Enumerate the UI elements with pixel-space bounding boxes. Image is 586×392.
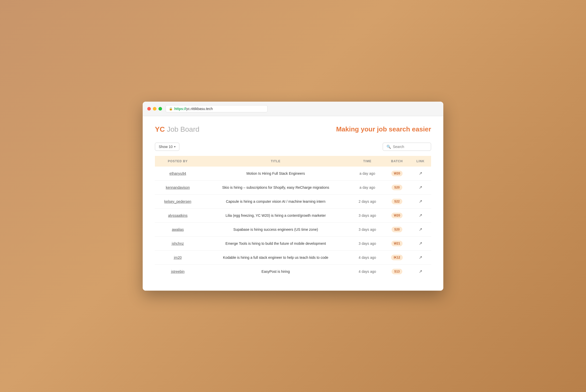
job-title: Supabase is hiring success engineers (US… — [233, 227, 318, 232]
col-title: TITLE — [201, 156, 351, 167]
browser-toolbar: 🔒 https://yc.rittikbasu.tech — [143, 102, 443, 116]
cell-batch: S20 — [384, 180, 410, 194]
cell-batch: S22 — [384, 194, 410, 208]
cell-poster: jm20 — [155, 250, 201, 264]
external-link-icon[interactable]: ↗ — [419, 213, 422, 218]
col-batch: BATCH — [384, 156, 410, 167]
job-time: a day ago — [359, 171, 375, 175]
cell-batch: S20 — [384, 222, 410, 236]
maximize-button[interactable] — [158, 107, 162, 111]
poster-link[interactable]: awalias — [172, 227, 184, 232]
poster-link[interactable]: ethanyu94 — [169, 171, 186, 175]
cell-batch: S13 — [384, 264, 410, 278]
col-posted-by: POSTED BY — [155, 156, 201, 167]
cell-title: Skio is hiring – subscriptions for Shopi… — [201, 180, 351, 194]
batch-badge[interactable]: S22 — [392, 199, 402, 204]
cell-link: ↗ — [410, 194, 431, 208]
cell-time: 3 days ago — [351, 222, 384, 236]
external-link-icon[interactable]: ↗ — [419, 171, 422, 175]
job-title: Lilia (egg freezing, YC W20) is hiring a… — [225, 213, 326, 218]
logo-yc: YC — [155, 125, 165, 133]
logo: YC Job Board — [155, 125, 199, 133]
table-row: kelsey_pedersen Capsule is hiring a comp… — [155, 194, 431, 208]
batch-badge[interactable]: IK12 — [391, 255, 403, 260]
poster-link[interactable]: jm20 — [174, 255, 182, 260]
controls-row: Show 10 ▾ 🔍 — [155, 143, 431, 151]
external-link-icon[interactable]: ↗ — [419, 241, 422, 246]
poster-link[interactable]: kelsey_pedersen — [164, 199, 191, 204]
cell-link: ↗ — [410, 208, 431, 222]
jobs-table: POSTED BY TITLE TIME BATCH LINK ethanyu9… — [155, 156, 431, 278]
external-link-icon[interactable]: ↗ — [419, 185, 422, 190]
cell-time: a day ago — [351, 180, 384, 194]
job-time: 3 days ago — [359, 241, 376, 246]
external-link-icon[interactable]: ↗ — [419, 255, 422, 260]
external-link-icon[interactable]: ↗ — [419, 199, 422, 204]
job-title: Emerge Tools is hiring to build the futu… — [225, 241, 326, 246]
job-title: Skio is hiring – subscriptions for Shopi… — [222, 185, 329, 190]
cell-title: EasyPost is hiring — [201, 264, 351, 278]
external-link-icon[interactable]: ↗ — [419, 269, 422, 274]
batch-badge[interactable]: W21 — [391, 241, 403, 246]
job-title: Capsule is hiring a computer vision AI /… — [226, 199, 326, 204]
batch-badge[interactable]: S13 — [392, 269, 402, 274]
cell-title: Lilia (egg freezing, YC W20) is hiring a… — [201, 208, 351, 222]
batch-badge[interactable]: S20 — [392, 227, 402, 232]
cell-link: ↗ — [410, 222, 431, 236]
close-button[interactable] — [147, 107, 151, 111]
cell-poster: jstreebin — [155, 264, 201, 278]
search-icon: 🔍 — [387, 145, 391, 149]
header: YC Job Board Making your job search easi… — [155, 125, 431, 133]
url-https: https:// — [174, 107, 186, 111]
cell-poster: kelsey_pedersen — [155, 194, 201, 208]
address-bar[interactable]: 🔒 https://yc.rittikbasu.tech — [166, 105, 268, 112]
show-select-wrapper[interactable]: Show 10 ▾ — [155, 143, 179, 151]
cell-link: ↗ — [410, 236, 431, 250]
table-row: ethanyu94 Motion Is Hiring Full Stack En… — [155, 167, 431, 181]
cell-link: ↗ — [410, 180, 431, 194]
browser-window: 🔒 https://yc.rittikbasu.tech YC Job Boar… — [143, 102, 443, 291]
cell-link: ↗ — [410, 250, 431, 264]
cell-link: ↗ — [410, 167, 431, 181]
url-text: https://yc.rittikbasu.tech — [174, 107, 213, 111]
cell-poster: jshchnz — [155, 236, 201, 250]
cell-time: 3 days ago — [351, 208, 384, 222]
poster-link[interactable]: jshchnz — [172, 241, 184, 246]
search-input[interactable] — [393, 145, 427, 149]
cell-title: Emerge Tools is hiring to build the futu… — [201, 236, 351, 250]
job-time: a day ago — [359, 185, 375, 190]
table-row: jstreebin EasyPost is hiring 4 days ago … — [155, 264, 431, 278]
table-row: kennandavison Skio is hiring – subscript… — [155, 180, 431, 194]
job-title: Kodable is hiring a full stack engineer … — [223, 255, 328, 260]
cell-time: 3 days ago — [351, 236, 384, 250]
cell-time: 4 days ago — [351, 264, 384, 278]
cell-title: Motion Is Hiring Full Stack Engineers — [201, 167, 351, 181]
batch-badge[interactable]: S20 — [392, 185, 402, 190]
cell-poster: kennandavison — [155, 180, 201, 194]
job-time: 4 days ago — [359, 255, 376, 260]
cell-poster: alyssaatkins — [155, 208, 201, 222]
poster-link[interactable]: kennandavison — [166, 185, 190, 190]
job-title: Motion Is Hiring Full Stack Engineers — [246, 171, 305, 175]
table-header: POSTED BY TITLE TIME BATCH LINK — [155, 156, 431, 167]
url-domain: yc.rittikbasu.tech — [186, 107, 213, 111]
logo-rest: Job Board — [167, 125, 199, 133]
poster-link[interactable]: alyssaatkins — [168, 213, 188, 218]
cell-time: 4 days ago — [351, 250, 384, 264]
show-select-label: Show 10 — [159, 145, 172, 149]
traffic-lights — [147, 107, 162, 111]
batch-badge[interactable]: W20 — [391, 171, 403, 176]
job-time: 2 days ago — [359, 199, 376, 204]
job-time: 3 days ago — [359, 227, 376, 232]
chevron-down-icon: ▾ — [174, 145, 176, 148]
minimize-button[interactable] — [153, 107, 156, 111]
poster-link[interactable]: jstreebin — [171, 269, 184, 274]
table-row: awalias Supabase is hiring success engin… — [155, 222, 431, 236]
external-link-icon[interactable]: ↗ — [419, 227, 422, 232]
cell-batch: W20 — [384, 167, 410, 181]
cell-link: ↗ — [410, 264, 431, 278]
batch-badge[interactable]: W20 — [391, 213, 403, 218]
cell-batch: W20 — [384, 208, 410, 222]
job-title: EasyPost is hiring — [261, 269, 290, 274]
cell-batch: W21 — [384, 236, 410, 250]
